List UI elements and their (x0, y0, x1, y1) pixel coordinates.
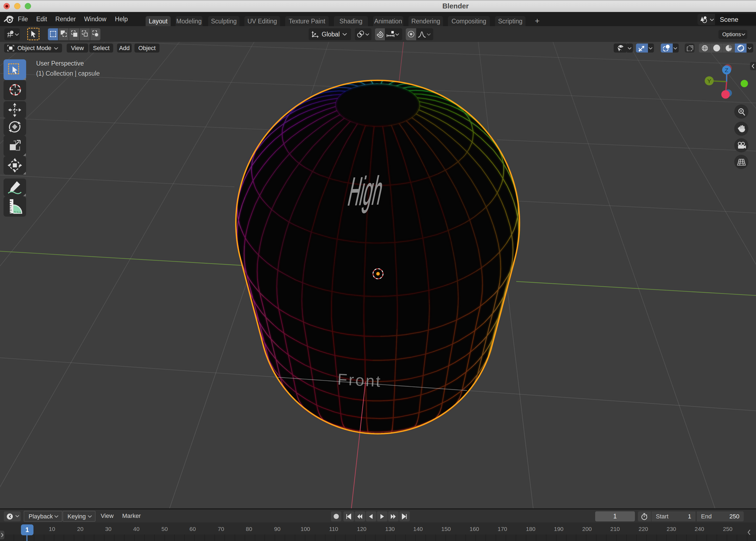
svg-text:Y: Y (707, 78, 711, 84)
svg-text:Z: Z (725, 67, 728, 73)
svg-text:Front: Front (337, 370, 382, 390)
